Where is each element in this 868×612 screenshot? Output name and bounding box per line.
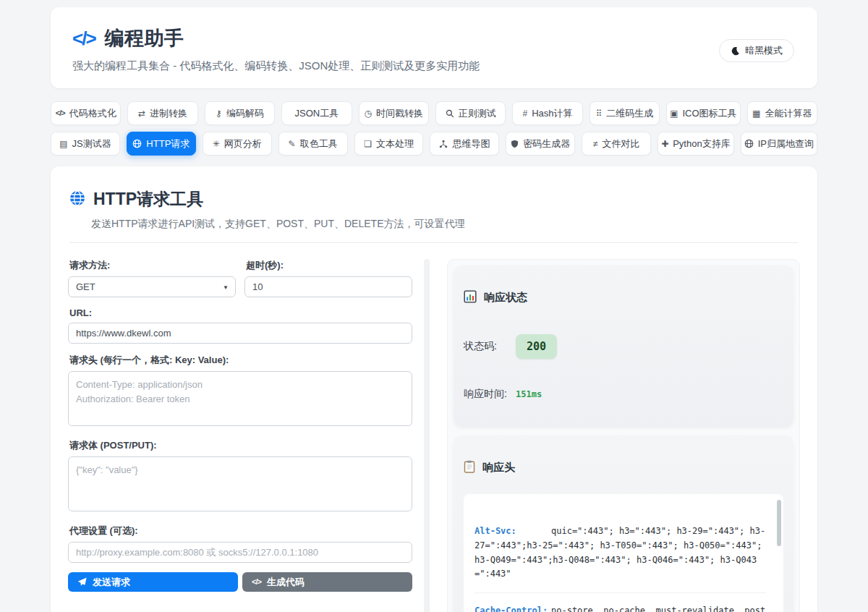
scrollbar-thumb[interactable]: [777, 500, 781, 546]
tab-label: 文本处理: [376, 137, 414, 150]
shield-icon: [511, 140, 519, 148]
tab-label: 二维码生成: [606, 107, 653, 120]
tool-tab-encode-decode[interactable]: ⚷ 编码解码: [205, 101, 275, 125]
key-icon: ⚷: [216, 109, 222, 118]
tool-tab-hash[interactable]: # Hash计算: [512, 101, 582, 125]
globe-icon: [132, 139, 142, 148]
code-icon: </>: [56, 109, 65, 117]
tool-description: 发送HTTP请求进行API测试，支持GET、POST、PUT、DELETE方法，…: [91, 218, 800, 231]
tab-label: JS测试器: [72, 137, 111, 150]
dark-mode-toggle[interactable]: 暗黑模式: [719, 39, 794, 62]
moon-icon: [731, 46, 740, 56]
tool-tab-password-generator[interactable]: 密码生成器: [506, 132, 575, 156]
response-status-title: 响应状态: [484, 291, 527, 305]
tool-tab-calculator[interactable]: ▦ 全能计算器: [747, 101, 817, 125]
send-request-button[interactable]: 发送请求: [68, 572, 238, 592]
timeout-input[interactable]: [244, 276, 412, 297]
tab-label: 时间戳转换: [376, 107, 423, 120]
tool-tab-base-convert[interactable]: ⇄ 进制转换: [127, 101, 197, 125]
tool-tab-text-process[interactable]: ❏ 文本处理: [354, 132, 424, 156]
tab-label: IP归属地查询: [758, 137, 814, 150]
tool-tab-timestamp[interactable]: ◷ 时间戳转换: [359, 101, 429, 125]
header-entry: Cache-Control:no-store, no-cache, must-r…: [475, 604, 766, 612]
tab-label: 文件对比: [602, 137, 639, 150]
header-entry: Alt-Svc:quic=":443"; h3=":443"; h3-29=":…: [475, 524, 766, 582]
response-headers-panel: 响应头 Alt-Svc:quic=":443"; h3=":443"; h3-2…: [454, 435, 793, 612]
response-time-label: 响应时间:: [464, 388, 516, 401]
bar-chart-icon: [464, 290, 477, 305]
pencil-icon: ✎: [289, 140, 296, 148]
column-scrollbar[interactable]: [424, 259, 430, 612]
tool-tab-file-diff[interactable]: ≠ 文件对比: [582, 132, 651, 156]
exchange-arrows-icon: ⇄: [138, 109, 145, 118]
request-headers-label: 请求头 (每行一个，格式: Key: Value):: [69, 354, 412, 367]
code-icon: </>: [252, 578, 261, 586]
http-tool-panel: HTTP请求工具 发送HTTP请求进行API测试，支持GET、POST、PUT、…: [51, 166, 817, 612]
globe-icon: [69, 190, 85, 209]
tool-tab-ip-lookup[interactable]: IP归属地查询: [741, 132, 817, 156]
tab-label: 全能计算器: [765, 107, 812, 120]
magnifier-icon: [446, 109, 454, 118]
proxy-input[interactable]: [68, 542, 412, 563]
script-file-icon: ▤: [59, 140, 67, 148]
tool-tab-web-analysis[interactable]: ✳ 网页分析: [203, 132, 272, 156]
generate-code-label: 生成代码: [267, 576, 305, 589]
plus-cross-icon: ✚: [661, 140, 668, 148]
request-body-textarea[interactable]: [68, 456, 412, 511]
status-badge: 200: [516, 334, 557, 359]
not-equal-icon: ≠: [593, 140, 598, 148]
response-area: 响应状态 状态码: 200 响应时间: 151ms: [447, 259, 800, 612]
tab-label: 取色工具: [300, 137, 338, 150]
response-status-panel: 响应状态 状态码: 200 响应时间: 151ms: [454, 265, 793, 427]
tool-tab-python-libs[interactable]: ✚ Python支持库: [658, 132, 734, 156]
tool-tab-json-tools[interactable]: JSON工具: [281, 101, 352, 125]
tool-tabs-row-1: </> 代码格式化 ⇄ 进制转换 ⚷ 编码解码 JSON工具 ◷ 时间戳转换: [51, 101, 817, 125]
proxy-label: 代理设置 (可选):: [69, 524, 412, 537]
tool-tab-regex-test[interactable]: 正则测试: [435, 101, 506, 125]
tab-label: 进制转换: [150, 107, 187, 120]
tool-tab-qr-generate[interactable]: ⠿ 二维码生成: [590, 101, 660, 125]
header-key: Cache-Control:: [475, 604, 551, 612]
tool-tab-ico-tool[interactable]: ▣ ICO图标工具: [666, 101, 740, 125]
clipboard-icon: [464, 460, 475, 475]
tab-label: HTTP请求: [146, 137, 190, 150]
send-request-label: 发送请求: [93, 576, 130, 589]
tool-tab-js-tester[interactable]: ▤ JS测试器: [51, 132, 120, 156]
method-label: 请求方法:: [69, 259, 236, 272]
url-label: URL:: [69, 307, 412, 318]
calculator-icon: ▦: [752, 109, 760, 118]
tab-label: 正则测试: [459, 107, 496, 120]
method-value: GET: [76, 281, 95, 292]
page: </> 编程助手 强大的编程工具集合 - 代码格式化、编码转换、JSON处理、正…: [0, 0, 868, 612]
response-time-value: 151ms: [516, 389, 542, 399]
response-headers-title: 响应头: [482, 461, 515, 475]
globe-icon: [744, 139, 754, 148]
app-title: 编程助手: [105, 25, 184, 51]
tab-label: Hash计算: [532, 107, 572, 120]
request-headers-textarea[interactable]: [68, 371, 412, 426]
image-icon: ▣: [670, 109, 678, 118]
response-headers-output[interactable]: Alt-Svc:quic=":443"; h3=":443"; h3-29=":…: [464, 494, 783, 612]
tool-tab-code-format[interactable]: </> 代码格式化: [51, 101, 121, 125]
tool-tab-mind-map[interactable]: 思维导图: [430, 132, 499, 156]
divider: [69, 242, 799, 243]
response-time-row: 响应时间: 151ms: [464, 388, 783, 401]
url-input[interactable]: [68, 323, 412, 344]
tool-tab-color-picker[interactable]: ✎ 取色工具: [278, 132, 348, 156]
tab-label: JSON工具: [295, 107, 339, 120]
code-logo-icon: </>: [72, 27, 95, 50]
request-form: 请求方法: GET ▼ 超时(秒): URL:: [68, 259, 412, 612]
tool-tab-http-request[interactable]: HTTP请求: [127, 132, 196, 156]
status-code-row: 状态码: 200: [464, 334, 783, 359]
hash-icon: #: [523, 109, 528, 118]
clock-icon: ◷: [365, 109, 372, 118]
tool-columns: 请求方法: GET ▼ 超时(秒): URL:: [68, 259, 800, 612]
tab-label: ICO图标工具: [682, 107, 736, 120]
app-header: </> 编程助手 强大的编程工具集合 - 代码格式化、编码转换、JSON处理、正…: [51, 7, 817, 88]
timeout-label: 超时(秒):: [246, 259, 412, 272]
dark-mode-label: 暗黑模式: [745, 44, 783, 57]
method-select[interactable]: GET ▼: [68, 276, 236, 297]
divider: [475, 592, 766, 593]
generate-code-button[interactable]: </> 生成代码: [242, 572, 412, 592]
paper-plane-icon: [77, 577, 87, 587]
